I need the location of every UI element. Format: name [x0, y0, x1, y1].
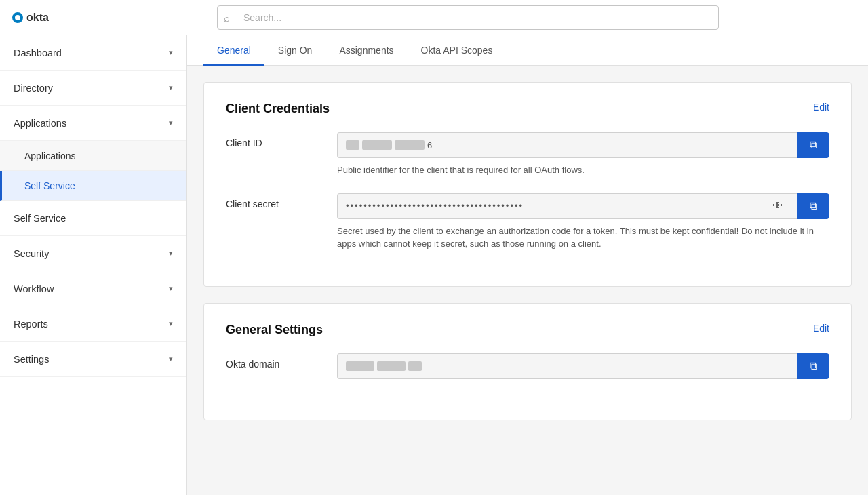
sidebar-item-reports[interactable]: Reports ▾ — [0, 306, 186, 342]
general-settings-edit-button[interactable]: Edit — [813, 323, 829, 334]
okta-domain-value — [337, 353, 797, 379]
toggle-secret-visibility-button[interactable]: 👁 — [767, 200, 789, 212]
client-secret-content: ••••••••••••••••••••••••••••••••••••••••… — [337, 193, 829, 251]
eye-icon: 👁 — [772, 200, 783, 212]
svg-point-1 — [15, 15, 20, 20]
sidebar-item-applications-label: Applications — [14, 118, 66, 129]
client-secret-description: Secret used by the client to exchange an… — [337, 224, 829, 251]
okta-domain-label: Okta domain — [226, 353, 321, 370]
client-secret-copy-button[interactable]: ⧉ — [797, 193, 829, 219]
client-credentials-header: Client Credentials Edit — [226, 102, 829, 116]
client-credentials-edit-button[interactable]: Edit — [813, 102, 829, 113]
sidebar-item-settings[interactable]: Settings ▾ — [0, 342, 186, 377]
sidebar: Dashboard ▾ Directory ▾ Applications ▾ A… — [0, 35, 187, 495]
sidebar-item-directory-label: Directory — [14, 83, 53, 94]
search-icon: ⌕ — [224, 12, 230, 23]
redacted-block-d1 — [346, 361, 374, 371]
sidebar-sub-item-applications[interactable]: Applications — [0, 141, 186, 171]
search-bar: ⌕ — [217, 5, 719, 30]
redacted-block-d2 — [377, 361, 406, 371]
redacted-block-d3 — [408, 361, 422, 371]
main-content: General Sign On Assignments Okta API Sco… — [187, 35, 868, 495]
sidebar-item-self-service-label: Self Service — [14, 213, 66, 224]
okta-domain-content: ⧉ — [337, 353, 829, 384]
client-secret-row: Client secret ••••••••••••••••••••••••••… — [226, 193, 829, 251]
sidebar-sub-applications: Applications Self Service — [0, 141, 186, 201]
chevron-down-icon: ▾ — [169, 319, 173, 328]
sidebar-sub-item-self-service-label: Self Service — [24, 180, 75, 191]
okta-domain-copy-button[interactable]: ⧉ — [797, 353, 829, 379]
tab-general[interactable]: General — [203, 35, 264, 66]
client-id-row: Client ID 6 — [226, 132, 829, 177]
chevron-down-icon: ▾ — [169, 83, 173, 92]
tab-assignments[interactable]: Assignments — [326, 35, 407, 66]
chevron-down-icon: ▾ — [169, 249, 173, 258]
main-layout: Dashboard ▾ Directory ▾ Applications ▾ A… — [0, 35, 868, 495]
chevron-down-icon: ▾ — [169, 48, 173, 57]
tabs-bar: General Sign On Assignments Okta API Sco… — [187, 35, 868, 66]
sidebar-item-reports-label: Reports — [14, 319, 48, 330]
redacted-block-2 — [362, 140, 392, 150]
redacted-block-3 — [395, 140, 425, 150]
topbar: okta ⌕ — [0, 0, 868, 35]
sidebar-item-directory[interactable]: Directory ▾ — [0, 71, 186, 106]
client-id-label: Client ID — [226, 132, 321, 148]
chevron-down-icon: ▾ — [169, 284, 173, 293]
tab-okta-api-scopes[interactable]: Okta API Scopes — [408, 35, 507, 66]
copy-icon: ⧉ — [810, 139, 817, 151]
sidebar-sub-item-applications-label: Applications — [24, 151, 76, 161]
general-settings-title: General Settings — [226, 323, 323, 337]
sidebar-item-self-service[interactable]: Self Service — [0, 201, 186, 236]
svg-text:okta: okta — [26, 12, 49, 23]
okta-domain-value-row: ⧉ — [337, 353, 829, 379]
client-id-value-row: 6 ⧉ — [337, 132, 829, 158]
chevron-down-icon: ▾ — [169, 355, 173, 363]
sidebar-item-dashboard-label: Dashboard — [14, 47, 62, 58]
client-id-suffix: 6 — [427, 140, 432, 151]
copy-icon: ⧉ — [810, 360, 817, 372]
tab-sign-on[interactable]: Sign On — [264, 35, 326, 66]
search-input[interactable] — [217, 5, 719, 30]
sidebar-item-security-label: Security — [14, 248, 49, 259]
client-id-copy-button[interactable]: ⧉ — [797, 132, 829, 158]
chevron-down-icon: ▾ — [169, 119, 173, 127]
redacted-block-1 — [346, 140, 359, 150]
client-credentials-card: Client Credentials Edit Client ID — [203, 82, 852, 287]
client-secret-value: ••••••••••••••••••••••••••••••••••••••••… — [337, 193, 797, 219]
client-secret-dots: •••••••••••••••••••••••••••••••••••••••• — [346, 201, 767, 211]
client-id-description: Public identifier for the client that is… — [337, 163, 829, 177]
client-id-value: 6 — [337, 132, 797, 158]
client-credentials-title: Client Credentials — [226, 102, 330, 116]
okta-logo: okta — [11, 7, 65, 28]
sidebar-item-dashboard[interactable]: Dashboard ▾ — [0, 35, 186, 71]
content-area: Client Credentials Edit Client ID — [187, 66, 868, 453]
sidebar-item-workflow-label: Workflow — [14, 283, 54, 294]
client-secret-value-row: ••••••••••••••••••••••••••••••••••••••••… — [337, 193, 829, 219]
copy-icon: ⧉ — [810, 200, 817, 212]
sidebar-item-applications[interactable]: Applications ▾ — [0, 106, 186, 141]
okta-domain-redacted — [346, 361, 422, 371]
okta-domain-row: Okta domain ⧉ — [226, 353, 829, 384]
client-secret-label: Client secret — [226, 193, 321, 210]
sidebar-item-workflow[interactable]: Workflow ▾ — [0, 271, 186, 306]
general-settings-header: General Settings Edit — [226, 323, 829, 337]
sidebar-sub-item-self-service[interactable]: Self Service — [0, 171, 186, 201]
client-id-redacted: 6 — [346, 140, 432, 151]
sidebar-item-security[interactable]: Security ▾ — [0, 236, 186, 271]
client-id-content: 6 ⧉ Public identifier for the client tha… — [337, 132, 829, 177]
general-settings-card: General Settings Edit Okta domain — [203, 303, 852, 420]
sidebar-item-settings-label: Settings — [14, 354, 49, 365]
